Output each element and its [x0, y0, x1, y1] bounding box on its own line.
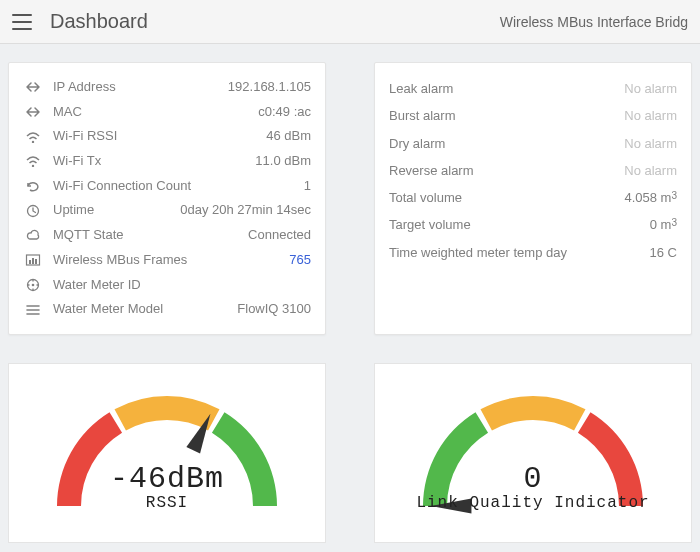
meter-data-card: Leak alarmNo alarmBurst alarmNo alarmDry… — [374, 62, 692, 335]
system-info-value: 192.168.1.105 — [116, 75, 311, 100]
meter-data-row: Dry alarmNo alarm — [389, 130, 677, 157]
device-name: Wireless MBus Interface Bridg — [500, 14, 688, 30]
meter-data-label: Burst alarm — [389, 102, 624, 129]
wifi-icon — [23, 153, 43, 169]
system-info-value: 11.0 dBm — [101, 149, 311, 174]
meter-data-value: 4.058 m3 — [624, 184, 677, 211]
net-icon — [23, 104, 43, 120]
gauge-rssi-value: -46dBm — [37, 462, 297, 496]
tag-icon — [23, 277, 43, 293]
system-info-row: Wi-Fi Connection Count1 — [23, 174, 311, 199]
system-info-label: Wi-Fi RSSI — [53, 124, 117, 149]
meter-data-value: 0 m3 — [650, 211, 677, 238]
svg-rect-5 — [32, 258, 34, 264]
system-info-value: Connected — [124, 223, 311, 248]
meter-data-label: Leak alarm — [389, 75, 624, 102]
meter-data-label: Dry alarm — [389, 130, 624, 157]
system-info-label: Wi-Fi Connection Count — [53, 174, 191, 199]
meter-data-row: Total volume4.058 m3 — [389, 184, 677, 211]
svg-point-0 — [32, 141, 34, 143]
system-info-value: 46 dBm — [117, 124, 311, 149]
system-info-row: Wi-Fi RSSI46 dBm — [23, 124, 311, 149]
system-info-card: IP Address192.168.1.105MACc0:49 :acWi-Fi… — [8, 62, 326, 335]
net-icon — [23, 79, 43, 95]
system-info-row: Wi-Fi Tx11.0 dBm — [23, 149, 311, 174]
system-info-row: MACc0:49 :ac — [23, 100, 311, 125]
system-info-row: IP Address192.168.1.105 — [23, 75, 311, 100]
system-info-label: Wireless MBus Frames — [53, 248, 187, 273]
system-info-value: 0day 20h 27min 14sec — [94, 198, 311, 223]
wifi-icon — [23, 129, 43, 145]
gauge-lqi-value: 0 — [403, 462, 663, 496]
menu-icon[interactable] — [12, 14, 32, 30]
chart-icon — [23, 252, 43, 268]
meter-data-label: Target volume — [389, 211, 650, 238]
cloud-icon — [23, 227, 43, 243]
topbar: Dashboard Wireless MBus Interface Bridg — [0, 0, 700, 44]
meter-data-label: Time weighted meter temp day — [389, 239, 650, 266]
meter-data-row: Burst alarmNo alarm — [389, 102, 677, 129]
meter-data-value: 16 C — [650, 239, 677, 266]
gauge-lqi-card: 0 Link Quality Indicator — [374, 363, 692, 543]
system-info-row: MQTT StateConnected — [23, 223, 311, 248]
system-info-label: MAC — [53, 100, 82, 125]
system-info-row: Wireless MBus Frames765 — [23, 248, 311, 273]
meter-data-row: Reverse alarmNo alarm — [389, 157, 677, 184]
gauge-rssi-label: RSSI — [37, 494, 297, 512]
system-info-row: Uptime0day 20h 27min 14sec — [23, 198, 311, 223]
system-info-label: Wi-Fi Tx — [53, 149, 101, 174]
gauge-lqi-label: Link Quality Indicator — [403, 494, 663, 512]
gauge-rssi-card: -46dBm RSSI — [8, 363, 326, 543]
system-info-label: MQTT State — [53, 223, 124, 248]
clock-icon — [23, 203, 43, 219]
meter-data-label: Total volume — [389, 184, 624, 211]
system-info-value: FlowIQ 3100 — [163, 297, 311, 322]
meter-data-row: Target volume0 m3 — [389, 211, 677, 238]
loop-icon — [23, 178, 43, 194]
meter-data-value: No alarm — [624, 102, 677, 129]
meter-data-value: No alarm — [624, 130, 677, 157]
svg-point-1 — [32, 165, 34, 167]
svg-rect-6 — [35, 259, 37, 264]
system-info-label: Water Meter Model — [53, 297, 163, 322]
meter-data-value: No alarm — [624, 157, 677, 184]
system-info-value: c0:49 :ac — [82, 100, 311, 125]
svg-rect-4 — [29, 260, 31, 264]
list-icon — [23, 302, 43, 318]
meter-data-row: Time weighted meter temp day16 C — [389, 239, 677, 266]
page-title: Dashboard — [50, 10, 148, 33]
system-info-label: IP Address — [53, 75, 116, 100]
svg-point-8 — [32, 284, 35, 287]
meter-data-label: Reverse alarm — [389, 157, 624, 184]
system-info-row: Water Meter ModelFlowIQ 3100 — [23, 297, 311, 322]
meter-data-row: Leak alarmNo alarm — [389, 75, 677, 102]
meter-data-value: No alarm — [624, 75, 677, 102]
system-info-row: Water Meter ID — [23, 273, 311, 298]
system-info-label: Water Meter ID — [53, 273, 141, 298]
system-info-label: Uptime — [53, 198, 94, 223]
system-info-value[interactable]: 765 — [187, 248, 311, 273]
system-info-value: 1 — [191, 174, 311, 199]
